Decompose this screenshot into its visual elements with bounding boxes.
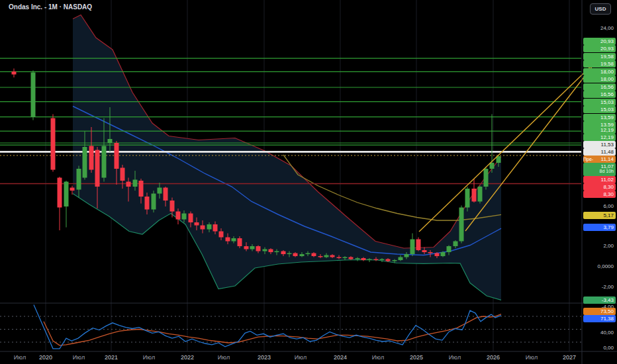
price-label-18_00: 18,00 bbox=[583, 75, 616, 83]
time-label-2027: 2027 bbox=[563, 354, 576, 361]
candle-body bbox=[453, 242, 458, 247]
candle-body bbox=[152, 194, 156, 210]
time-label-2020: 2020 bbox=[39, 354, 52, 361]
candle-body bbox=[361, 258, 366, 260]
price-label-0_00: 0,00 bbox=[583, 344, 616, 351]
candle-body bbox=[145, 197, 150, 210]
candle-body bbox=[170, 201, 175, 212]
candle-body bbox=[318, 256, 323, 257]
price-label-24_00: 24,00 bbox=[583, 24, 616, 32]
price-label-13_59: 13,59 bbox=[583, 114, 616, 121]
candle-body bbox=[324, 255, 329, 257]
price-label-15_03: 15,03 bbox=[583, 106, 616, 113]
candle-body bbox=[269, 250, 273, 253]
candle-body bbox=[435, 253, 440, 257]
price-label--2_00: -2,00 bbox=[583, 283, 616, 291]
candle-body bbox=[213, 224, 218, 232]
candle-body bbox=[380, 259, 385, 261]
yellow-trendline bbox=[419, 61, 596, 232]
candle-body bbox=[108, 139, 113, 143]
candle-body bbox=[219, 232, 224, 238]
price-axis[interactable]: 24,0020,9320,9319,5819,5818,0018,0016,56… bbox=[583, 0, 617, 364]
candle-body bbox=[64, 182, 69, 207]
candle-body bbox=[484, 169, 489, 187]
time-label-2026: 2026 bbox=[487, 354, 500, 361]
candle-body bbox=[472, 189, 477, 202]
candle-body bbox=[478, 187, 483, 202]
candle-body bbox=[459, 208, 464, 242]
rsi-ma-line bbox=[44, 314, 501, 345]
price-label-20_93: 20,93 bbox=[583, 38, 616, 45]
candle-body bbox=[275, 251, 279, 253]
currency-toggle-button[interactable]: USD bbox=[590, 3, 611, 15]
price-label-19_58: 19,58 bbox=[583, 53, 616, 60]
time-label-Июл: Июл bbox=[218, 354, 230, 361]
price-label-3_79: 3,79 bbox=[583, 224, 616, 231]
price-label-20_93: 20,93 bbox=[583, 45, 616, 52]
time-label-2023: 2023 bbox=[258, 354, 271, 361]
price-label-11_07: 11,078d 10h bbox=[583, 163, 616, 176]
price-label-15_03: 15,03 bbox=[583, 99, 616, 106]
candle-body bbox=[31, 73, 36, 118]
price-label-8_30: 8,30 bbox=[583, 191, 616, 198]
candle-body bbox=[293, 253, 298, 257]
candle-body bbox=[374, 259, 379, 261]
candle-body bbox=[70, 188, 75, 191]
candle-body bbox=[465, 189, 470, 208]
candle-countdown: 8d 10h bbox=[583, 169, 614, 174]
candle-body bbox=[416, 240, 421, 251]
candle-body bbox=[226, 238, 230, 242]
time-label-2025: 2025 bbox=[410, 354, 423, 361]
candle-body bbox=[195, 222, 199, 226]
candle-body bbox=[182, 214, 187, 220]
symbol-title[interactable]: Ondas Inc. - 1M · NASDAQ bbox=[9, 3, 92, 11]
price-label-6_00: 6,00 bbox=[583, 203, 616, 210]
price-label-0_0000: 0,0000 bbox=[583, 263, 616, 270]
candle-body bbox=[356, 258, 360, 259]
candle-body bbox=[201, 226, 205, 230]
candle-body bbox=[232, 238, 236, 242]
candle-body bbox=[367, 259, 372, 261]
candle-body bbox=[263, 250, 267, 251]
candle-body bbox=[58, 178, 62, 208]
time-axis[interactable]: Июл2020Июл2021Июл2022Июл2023Июл2024Июл20… bbox=[0, 352, 583, 364]
candle-body bbox=[126, 182, 131, 187]
yellow-trendline bbox=[465, 61, 596, 231]
candle-body bbox=[95, 150, 100, 187]
candle-body bbox=[139, 181, 144, 197]
candle-body bbox=[133, 180, 138, 187]
candle-body bbox=[256, 246, 261, 251]
candle-body bbox=[441, 252, 446, 256]
time-label-Июл: Июл bbox=[14, 354, 26, 361]
candle-body bbox=[281, 251, 286, 255]
chart-canvas[interactable] bbox=[0, 0, 617, 364]
price-label-71_38: 71,38 bbox=[583, 315, 616, 322]
price-label-8_30: 8,30 bbox=[583, 183, 616, 191]
candle-body bbox=[120, 168, 125, 181]
price-label-11_53: 11,53 bbox=[583, 141, 616, 148]
time-label-Июл: Июл bbox=[143, 354, 155, 361]
candle-body bbox=[399, 257, 403, 261]
candle-body bbox=[207, 224, 212, 230]
time-label-Июл: Июл bbox=[73, 354, 85, 361]
candle-body bbox=[306, 253, 310, 255]
candle-body bbox=[164, 188, 168, 201]
time-label-Июл: Июл bbox=[295, 354, 307, 361]
candle-body bbox=[330, 255, 335, 257]
price-label-16_56: 16,56 bbox=[583, 91, 616, 98]
time-label-2024: 2024 bbox=[334, 354, 347, 361]
price-label-5_17: 5,17 bbox=[583, 212, 616, 219]
candle-body bbox=[83, 147, 87, 178]
price-label-2_00: 2,00 bbox=[583, 242, 616, 250]
candle-body bbox=[51, 118, 56, 170]
time-label-Июл: Июл bbox=[372, 354, 384, 361]
candle-body bbox=[89, 146, 94, 170]
price-label-18_00: 18,00 bbox=[583, 68, 616, 75]
candle-body bbox=[12, 71, 17, 75]
candle-body bbox=[447, 246, 451, 252]
candle-body bbox=[386, 259, 391, 261]
price-label-12_19: 12,19 bbox=[583, 126, 616, 134]
candle-body bbox=[300, 254, 305, 256]
price-label-12_19: 12,19 bbox=[583, 134, 616, 141]
candle-body bbox=[393, 260, 397, 261]
